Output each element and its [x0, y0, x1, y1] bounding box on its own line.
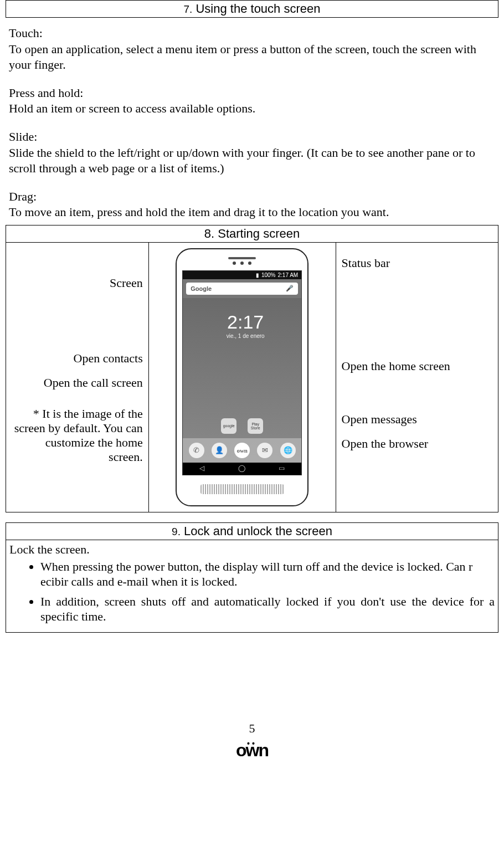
section9-header: 9. Lock and unlock the screen [6, 523, 498, 540]
press-group: Press and hold: Hold an item or screen t… [9, 85, 495, 117]
phone-messages-icon: ✉ [257, 443, 272, 458]
section8-right-cell: Status bar Open the home screen Open mes… [336, 242, 498, 512]
google-folder-icon: google [221, 418, 236, 434]
phone-wallpaper: 2:17 vie., 1 de enero google Play Store … [183, 298, 301, 463]
section7-number: 7. [183, 3, 192, 15]
recent-icon: ▭ [279, 464, 285, 473]
section9-bullet-1: When pressing the power button, the disp… [40, 559, 495, 589]
page-number: 5 [6, 721, 498, 736]
phone-dock: ✆ 👤 own ✉ 🌐 [183, 438, 301, 463]
phone-speaker-icon [200, 484, 284, 494]
touch-text: To open an application, select a menu it… [9, 42, 495, 73]
phone-browser-icon: 🌐 [280, 443, 296, 458]
label-contacts: Open contacts [12, 351, 143, 366]
section9-content: Lock the screen. When pressing the power… [6, 540, 498, 632]
section9-bullet-list: When pressing the power button, the disp… [9, 559, 495, 624]
section7-body: Touch: To open an application, select a … [6, 21, 498, 225]
touch-label: Touch: [9, 25, 495, 42]
section8-title: Starting screen [218, 227, 300, 240]
press-text: Hold an item or screen to access availab… [9, 101, 495, 117]
phone-illustration: ▮ 100% 2:17 AM Google 🎤 2:17 vie., 1 de … [176, 248, 308, 506]
section8-left-cell: Screen Open contacts Open the call scree… [6, 242, 149, 512]
label-messages: Open messages [342, 412, 492, 427]
slide-text: Slide the shield to the left/right or up… [9, 145, 495, 177]
search-label: Google [191, 285, 212, 292]
section8-table: 8. Starting screen Screen Open contacts … [6, 225, 498, 512]
drag-label: Drag: [9, 189, 495, 205]
label-screen: Screen [12, 276, 143, 290]
label-note: * It is the image of the screen by defau… [12, 407, 143, 464]
phone-earpiece-icon [228, 257, 256, 259]
section9-title: Lock and unlock the screen [184, 524, 332, 538]
phone-sensors-icon [182, 261, 302, 265]
section8-header: 8. Starting screen [6, 225, 498, 242]
label-status-bar: Status bar [342, 256, 492, 270]
status-time: 2:17 AM [278, 272, 299, 278]
section8-phone-cell: ▮ 100% 2:17 AM Google 🎤 2:17 vie., 1 de … [148, 242, 336, 512]
phone-search-bar: Google 🎤 [186, 283, 298, 295]
drag-group: Drag: To move an item, press and hold th… [9, 189, 495, 220]
section7-title: Using the touch screen [196, 2, 320, 16]
section9-bullet-2: In addition, screen shuts off and automa… [40, 594, 495, 624]
playstore-icon: Play Store [248, 418, 263, 434]
phone-app-row: google Play Store [183, 418, 301, 434]
section7-header: 7. Using the touch screen [6, 0, 498, 18]
section8-number: 8. [204, 227, 214, 240]
phone-screen: ▮ 100% 2:17 AM Google 🎤 2:17 vie., 1 de … [182, 270, 302, 475]
slide-group: Slide: Slide the shield to the left/righ… [9, 129, 495, 177]
clock-time: 2:17 [189, 311, 301, 333]
label-home: Open the home screen [342, 359, 492, 373]
slide-label: Slide: [9, 129, 495, 145]
page-footer: 5 •• own [6, 721, 498, 761]
drag-text: To move an item, press and hold the item… [9, 204, 495, 220]
touch-group: Touch: To open an application, select a … [9, 25, 495, 73]
phone-navbar: ◁ ◯ ▭ [183, 463, 301, 475]
phone-dialer-icon: ✆ [189, 443, 204, 458]
mic-icon: 🎤 [286, 285, 294, 292]
press-label: Press and hold: [9, 85, 495, 101]
label-browser: Open the browser [342, 437, 492, 451]
clock-date: vie., 1 de enero [189, 333, 301, 339]
own-logo: •• own [6, 739, 498, 761]
label-call: Open the call screen [12, 376, 143, 390]
back-icon: ◁ [199, 464, 204, 473]
home-icon: ◯ [238, 464, 245, 473]
section9: 9. Lock and unlock the screen Lock the s… [6, 522, 498, 633]
phone-clock-widget: 2:17 vie., 1 de enero [189, 311, 301, 339]
phone-home-apps-icon: own [234, 443, 250, 458]
logo-text: own [236, 740, 268, 760]
battery-icon: ▮ [256, 272, 259, 278]
phone-status-bar: ▮ 100% 2:17 AM [183, 271, 301, 279]
phone-contacts-icon: 👤 [212, 443, 227, 458]
battery-pct: 100% [261, 272, 276, 278]
section9-intro: Lock the screen. [9, 542, 495, 557]
section9-number: 9. [172, 526, 181, 537]
